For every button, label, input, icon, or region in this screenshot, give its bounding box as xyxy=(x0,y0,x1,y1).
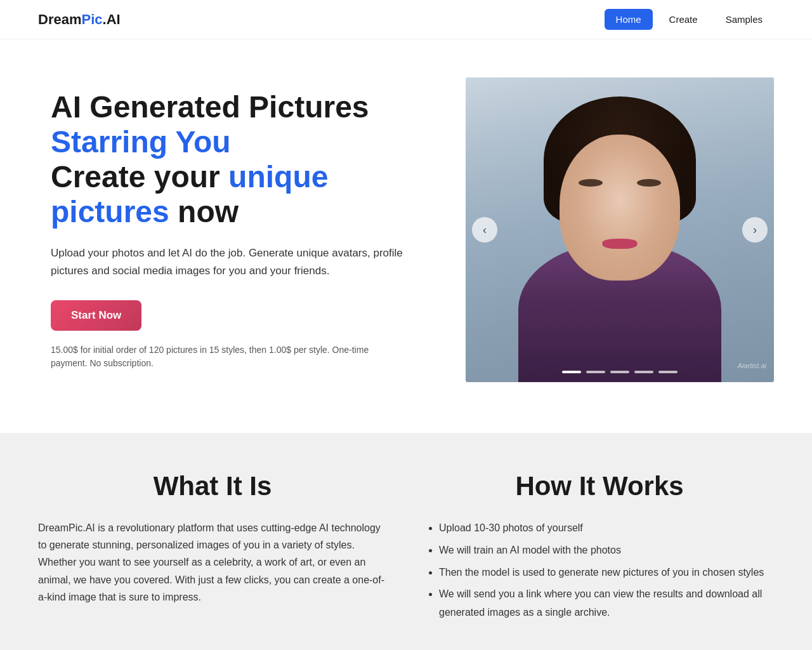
heading-line3-suffix: now xyxy=(169,195,239,229)
hero-carousel: ‹ › Aiartist.ai xyxy=(466,77,774,382)
how-title: How It Works xyxy=(425,471,774,501)
what-title: What It Is xyxy=(38,471,387,501)
carousel-next-button[interactable]: › xyxy=(742,217,768,242)
hero-description: Upload your photos and let AI do the job… xyxy=(51,244,406,280)
info-section: What It Is DreamPic.AI is a revolutionar… xyxy=(0,433,812,650)
logo-pic: Pic xyxy=(81,11,102,27)
how-it-works-col: How It Works Upload 10-30 photos of your… xyxy=(425,471,774,626)
carousel-dot-5[interactable] xyxy=(658,371,678,373)
how-step-1: Upload 10-30 photos of yourself xyxy=(439,519,774,538)
carousel-prev-button[interactable]: ‹ xyxy=(472,217,497,242)
info-grid: What It Is DreamPic.AI is a revolutionar… xyxy=(38,471,774,626)
pricing-note: 15.00$ for initial order of 120 pictures… xyxy=(51,343,406,370)
carousel-dot-4[interactable] xyxy=(634,371,653,373)
what-text: DreamPic.AI is a revolutionary platform … xyxy=(38,519,387,606)
how-step-2: We will train an AI model with the photo… xyxy=(439,541,774,560)
nav-create[interactable]: Create xyxy=(658,9,709,30)
heading-line3: Create your unique pictures now xyxy=(51,159,406,229)
carousel-dot-1[interactable] xyxy=(562,371,581,373)
hero-text: AI Generated Pictures Starring You Creat… xyxy=(51,90,406,371)
portrait-image xyxy=(466,77,774,382)
logo: DreamPic.AI xyxy=(38,11,121,28)
how-step-4: We will send you a link where you can vi… xyxy=(439,585,774,622)
hero-section: AI Generated Pictures Starring You Creat… xyxy=(0,39,812,433)
nav-samples[interactable]: Samples xyxy=(714,9,774,30)
how-step-3: Then the model is used to generate new p… xyxy=(439,564,774,582)
what-it-is-col: What It Is DreamPic.AI is a revolutionar… xyxy=(38,471,387,626)
navbar: DreamPic.AI Home Create Samples xyxy=(0,0,812,39)
carousel-dots xyxy=(562,371,678,373)
heading-line1: AI Generated Pictures xyxy=(51,90,406,124)
carousel-dot-2[interactable] xyxy=(586,371,605,373)
watermark: Aiartist.ai xyxy=(738,362,766,369)
nav-home[interactable]: Home xyxy=(605,9,653,30)
heading-line3-prefix: Create your xyxy=(51,160,228,194)
heading-line2: Starring You xyxy=(51,124,406,159)
logo-ai: .AI xyxy=(103,11,121,27)
hero-heading: AI Generated Pictures Starring You Creat… xyxy=(51,90,406,230)
start-now-button[interactable]: Start Now xyxy=(51,300,141,331)
how-steps-list: Upload 10-30 photos of yourself We will … xyxy=(425,519,774,622)
nav-links: Home Create Samples xyxy=(605,9,774,30)
logo-dream: Dream xyxy=(38,11,81,27)
carousel-dot-3[interactable] xyxy=(610,371,629,373)
